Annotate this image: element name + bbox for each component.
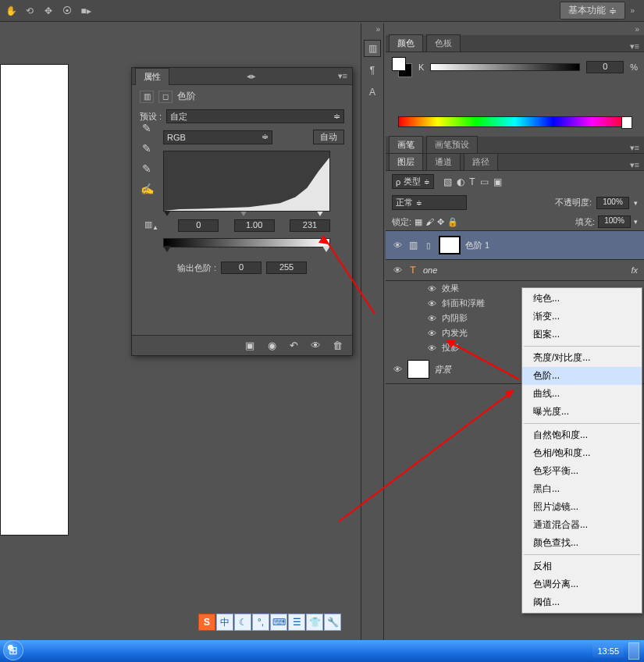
ime-button[interactable]: ⌨	[270, 614, 287, 631]
gray-eyedropper-icon[interactable]: ✎	[140, 141, 154, 155]
start-button[interactable]: ⊞	[3, 640, 23, 660]
visibility-icon[interactable]: 👁	[392, 240, 403, 250]
channel-select[interactable]: RGB≑	[163, 130, 272, 144]
black-eyedropper-icon[interactable]: ✎	[140, 121, 154, 135]
lock-transparent-icon[interactable]: ▦	[415, 217, 422, 227]
opacity-input[interactable]: 100%	[596, 197, 629, 209]
spectrum-picker[interactable]	[398, 116, 632, 127]
rotate-icon[interactable]: ⟲	[23, 5, 36, 17]
ime-button[interactable]: ☾	[234, 614, 251, 631]
fx-badge[interactable]: fx	[631, 265, 638, 275]
ime-button[interactable]: ☰	[288, 614, 305, 631]
filter-adjust-icon[interactable]: ◐	[457, 176, 464, 187]
effects-header[interactable]: 效果	[442, 283, 459, 294]
visibility-icon[interactable]: 👁	[426, 299, 437, 308]
visibility-icon[interactable]: 👁	[392, 365, 403, 374]
clip-icon[interactable]: ▣	[243, 339, 257, 353]
previous-state-icon[interactable]: ◉	[265, 339, 279, 353]
move-icon[interactable]: ✥	[42, 5, 55, 17]
orbit-icon[interactable]: ⦿	[61, 5, 73, 17]
layer-name[interactable]: one	[423, 265, 437, 275]
output-high-input[interactable]: 255	[266, 262, 307, 274]
fill-input[interactable]: 100%	[598, 215, 631, 228]
histogram[interactable]	[163, 151, 330, 212]
highlight-input[interactable]: 231	[290, 219, 330, 232]
panel-menu-icon[interactable]: ▾≡	[630, 143, 644, 153]
menu-item[interactable]: 色调分离...	[522, 575, 642, 593]
layer-mask-thumb[interactable]	[439, 236, 461, 254]
panel-menu-icon[interactable]: ▾≡	[630, 160, 644, 170]
lock-position-icon[interactable]: ✥	[437, 217, 444, 227]
visibility-icon[interactable]: 👁	[426, 329, 437, 338]
layer-text-one[interactable]: 👁 T one fx	[386, 260, 644, 281]
k-value-input[interactable]: 0	[586, 61, 624, 73]
menu-item[interactable]: 通道混合器...	[522, 516, 642, 534]
menu-item[interactable]: 曝光度...	[522, 403, 642, 421]
tab-properties[interactable]: 属性	[135, 68, 169, 85]
system-clock[interactable]: 13:55	[592, 645, 624, 657]
menu-item[interactable]: 照片滤镜...	[522, 498, 642, 516]
menu-item[interactable]: 渐变...	[522, 308, 642, 326]
character-icon[interactable]: A	[364, 84, 381, 101]
reset-icon[interactable]: ↶	[286, 339, 301, 353]
menu-item[interactable]: 色彩平衡...	[522, 462, 642, 480]
layer-thumb[interactable]	[407, 360, 429, 379]
blend-mode-select[interactable]: 正常≑	[392, 195, 467, 210]
sample-eyedropper-icon[interactable]: ✍	[140, 182, 154, 196]
output-low-handle[interactable]	[163, 246, 171, 252]
filter-shape-icon[interactable]: ▭	[480, 176, 489, 187]
visibility-icon[interactable]: 👁	[426, 343, 437, 353]
expand-icon[interactable]: »	[361, 23, 383, 35]
link-icon[interactable]: ▯	[423, 241, 434, 250]
menu-item[interactable]: 阈值...	[522, 593, 642, 611]
tab-layers[interactable]: 图层	[389, 153, 423, 170]
tab-paths[interactable]: 路径	[464, 153, 498, 170]
menu-item[interactable]: 颜色查找...	[522, 534, 642, 552]
collapse-icon[interactable]: ◂▸	[247, 71, 261, 81]
layer-name[interactable]: 背景	[434, 364, 451, 375]
filter-smart-icon[interactable]: ▣	[493, 176, 502, 187]
preset-select[interactable]: 自定≑	[166, 109, 344, 123]
fg-bg-swatch[interactable]	[392, 57, 412, 77]
menu-item[interactable]: 黑白...	[522, 480, 642, 498]
menu-item[interactable]: 反相	[522, 557, 642, 575]
ime-button[interactable]: 👕	[306, 614, 323, 631]
collapse-icon[interactable]: »	[386, 23, 644, 35]
menu-item[interactable]: 曲线...	[522, 385, 642, 403]
fx-inner-shadow[interactable]: 内阴影	[442, 312, 468, 324]
menu-item[interactable]: 自然饱和度...	[522, 426, 642, 444]
output-low-input[interactable]: 0	[221, 262, 262, 274]
menu-item[interactable]: 色相/饱和度...	[522, 444, 642, 462]
output-high-handle[interactable]	[322, 246, 330, 252]
menu-item[interactable]: 亮度/对比度...	[522, 349, 642, 367]
panel-menu-icon[interactable]: ▾≡	[630, 41, 644, 52]
mask-icon[interactable]: ◻	[158, 91, 173, 103]
ime-button[interactable]: S	[198, 614, 215, 631]
fx-drop-shadow[interactable]: 投影	[442, 342, 459, 354]
hand-icon[interactable]: ✋	[5, 5, 17, 17]
tab-swatches[interactable]: 色板	[426, 34, 461, 52]
camera-icon[interactable]: ■▸	[80, 5, 92, 17]
lock-paint-icon[interactable]: 🖌	[425, 217, 434, 226]
workspace-switcher[interactable]: 基本功能 ≑	[560, 2, 625, 20]
fx-inner-glow[interactable]: 内发光	[442, 327, 468, 339]
auto-button[interactable]: 自动	[313, 130, 344, 144]
collapse-icon[interactable]: »	[630, 6, 635, 15]
tab-color[interactable]: 颜色	[389, 34, 423, 52]
show-desktop-button[interactable]	[628, 642, 639, 660]
panel-menu-icon[interactable]: ▾≡	[338, 71, 352, 81]
tab-brush[interactable]: 画笔	[389, 136, 423, 153]
layer-name[interactable]: 色阶 1	[465, 240, 489, 251]
trash-icon[interactable]: 🗑	[330, 339, 344, 353]
paragraph-icon[interactable]: ¶	[364, 62, 381, 79]
fg-color-swatch[interactable]	[392, 57, 406, 71]
document-canvas[interactable]	[0, 64, 69, 536]
menu-item[interactable]: 色阶...	[522, 367, 642, 385]
visibility-icon[interactable]: 👁	[426, 284, 437, 294]
lock-all-icon[interactable]: 🔒	[447, 217, 458, 227]
ime-button[interactable]: 中	[216, 614, 233, 631]
white-eyedropper-icon[interactable]: ✎	[140, 162, 154, 176]
filter-kind-select[interactable]: ρ类型≑	[392, 174, 434, 189]
tab-brush-presets[interactable]: 画笔预设	[426, 136, 478, 153]
fx-bevel[interactable]: 斜面和浮雕	[442, 297, 485, 309]
